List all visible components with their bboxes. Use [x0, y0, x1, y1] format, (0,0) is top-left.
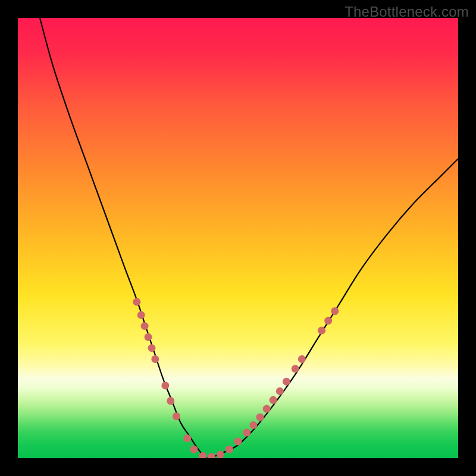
- highlight-dot: [249, 421, 257, 429]
- chart-stage: TheBottleneck.com: [0, 0, 476, 476]
- highlight-dot: [145, 333, 152, 341]
- highlight-dot: [298, 355, 306, 363]
- highlight-dot: [292, 365, 299, 372]
- highlight-dot: [133, 298, 140, 306]
- highlight-dot: [148, 345, 155, 352]
- highlight-dot: [183, 434, 191, 442]
- plot-area: [18, 18, 458, 458]
- highlight-dot: [243, 429, 250, 437]
- highlight-dot: [199, 452, 206, 458]
- highlight-dot: [324, 317, 332, 325]
- highlight-dot: [167, 397, 174, 405]
- highlight-dot: [141, 322, 149, 330]
- highlight-dot: [217, 451, 224, 458]
- highlight-dot: [190, 446, 198, 453]
- highlight-dot: [161, 381, 169, 389]
- highlight-dot: [276, 387, 284, 395]
- highlight-dot: [226, 446, 233, 453]
- highlight-dot: [270, 396, 277, 404]
- highlight-dot: [318, 327, 325, 334]
- watermark-text: TheBottleneck.com: [345, 4, 469, 20]
- highlight-dot: [256, 414, 264, 421]
- bottleneck-curve: [40, 18, 458, 458]
- highlight-dot: [283, 378, 290, 386]
- highlight-dot: [263, 405, 271, 413]
- highlight-dot: [331, 307, 339, 315]
- highlight-dot: [208, 453, 215, 458]
- highlight-dot: [234, 437, 242, 445]
- curve-layer: [18, 18, 458, 458]
- highlight-dot: [151, 355, 159, 363]
- highlight-dot: [137, 311, 145, 319]
- highlight-dot: [173, 412, 180, 420]
- highlight-dots-group: [133, 298, 339, 458]
